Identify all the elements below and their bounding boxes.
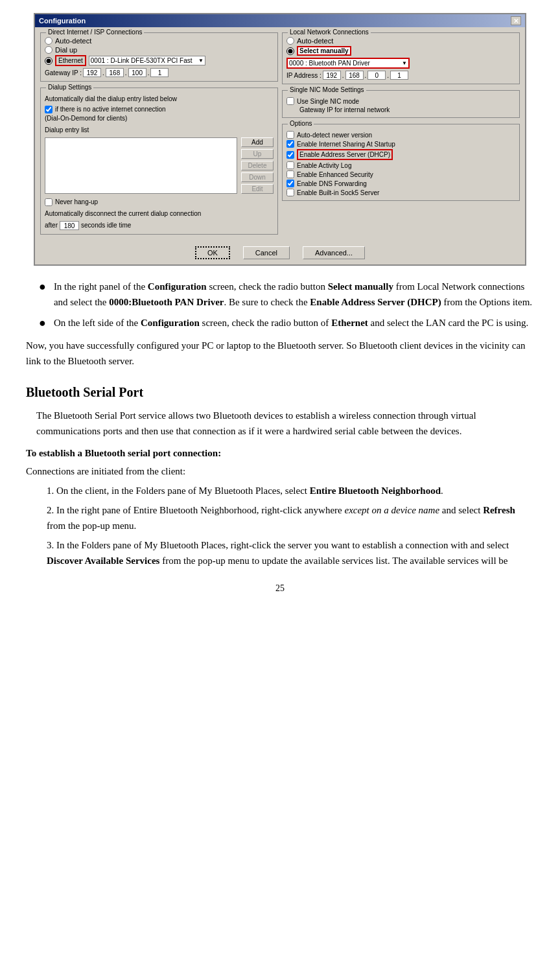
gateway-dot1: . [102,69,104,76]
enable-dhcp-label: Enable Address Server (DHCP) [297,149,393,160]
gateway-dot3: . [148,69,150,76]
add-button[interactable]: Add [241,137,274,147]
delete-button[interactable]: Delete [241,161,274,170]
direct-internet-group: Direct Internet / ISP Connections Auto-d… [40,32,278,82]
enable-sock5-checkbox[interactable] [286,189,294,196]
use-single-nic-label: Use Single NIC mode [297,98,359,105]
cancel-button[interactable]: Cancel [243,246,290,259]
auto-detect-radio[interactable] [45,37,52,45]
enable-dhcp-checkbox[interactable] [286,151,294,159]
left-panel: Direct Internet / ISP Connections Auto-d… [40,32,278,237]
dialup-settings-title: Dialup Settings [46,84,93,91]
advanced-button[interactable]: Advanced... [303,246,365,259]
down-button[interactable]: Down [241,172,274,182]
ip-seg1[interactable] [323,71,341,80]
use-single-nic-checkbox[interactable] [286,97,294,105]
ethernet-radio[interactable] [45,57,52,65]
gateway-seg2[interactable] [106,68,124,77]
enable-sharing-checkbox[interactable] [286,140,294,148]
dialog-close-button[interactable]: ✕ [511,16,521,25]
disconnect-seconds-label: seconds idle time [81,221,131,230]
dialog-footer: OK Cancel Advanced... [35,242,525,264]
bullet-dot-1: ● [39,279,46,310]
step2-text3: from the pop-up menu. [47,520,136,531]
never-hangup-row: Never hang-up [45,198,274,207]
disconnect-text1: Automatically disconnect the current dia… [45,209,201,218]
dialup-checkbox[interactable] [45,106,52,113]
step1-text2: . [441,485,443,496]
options-title: Options [288,120,314,127]
up-button[interactable]: Up [241,149,274,159]
local-auto-detect-radio[interactable] [286,37,294,45]
gateway-dot2: . [125,69,127,76]
bullet-section: ● In the right panel of the Configuratio… [26,279,534,331]
step2-bold1: Refresh [483,505,515,515]
enable-activity-checkbox[interactable] [286,161,294,169]
bullet1-bold1: Configuration [148,281,207,292]
gateway-seg1[interactable] [83,68,101,77]
dialup-list-box[interactable] [45,137,237,194]
bullet1-text5: from the Options item. [441,297,532,307]
options-group: Options Auto-detect newer version Enable… [282,124,520,201]
enable-dns-checkbox[interactable] [286,180,294,187]
page-number: 25 [26,581,534,596]
step1: 1. On the client, in the Folders pane of… [26,483,534,498]
nic-mode-title: Single NIC Mode Settings [288,86,366,93]
bullet2-bold2: Ethernet [331,318,368,328]
auto-detect-newer-row: Auto-detect newer version [286,131,515,139]
dialup-row: Dial up [45,46,274,54]
ip-dot2: . [365,72,367,79]
ip-seg4[interactable] [390,71,408,80]
auto-detect-newer-label: Auto-detect newer version [297,132,372,139]
never-hangup-label: Never hang-up [55,198,98,207]
enable-dns-row: Enable DNS Forwarding [286,180,515,187]
bluetooth-dropdown-arrow: ▼ [402,60,407,66]
enable-dhcp-row: Enable Address Server (DHCP) [286,149,515,160]
ethernet-dropdown-value: 0001 : D-Link DFE-530TX PCI Fast [91,57,192,64]
ip-seg3[interactable] [368,71,386,80]
dialup-text3: (Dial-On-Demond for clients) [45,114,274,123]
enable-sock5-label: Enable Built-in Sock5 Server [297,189,379,196]
select-manually-radio[interactable] [286,47,294,55]
bullet-dot-2: ● [39,315,46,331]
edit-button[interactable]: Edit [241,184,274,194]
bullet1-bold3: 0000:Bluetooth PAN Driver [109,297,224,307]
step3-bold1: Discover Available Services [47,555,159,566]
auto-detect-newer-checkbox[interactable] [286,131,294,139]
ok-button[interactable]: OK [195,246,230,259]
bullet2-text1: On the left side of the [54,318,141,328]
establish-heading: To establish a Bluetooth serial port con… [26,445,534,461]
step1-text1: 1. On the client, in the Folders pane of… [47,485,310,496]
never-hangup-checkbox[interactable] [45,198,52,206]
bullet1-bold2: Select manually [328,281,393,292]
ethernet-dropdown[interactable]: 0001 : D-Link DFE-530TX PCI Fast ▼ [89,56,205,65]
enable-security-row: Enable Enhanced Security [286,170,515,178]
gateway-seg3[interactable] [128,68,146,77]
disconnect-after-label: after [45,221,58,230]
gateway-seg4[interactable] [150,68,169,77]
bullet-item-1: ● In the right panel of the Configuratio… [26,279,534,310]
dialup-radio[interactable] [45,46,52,54]
enable-security-checkbox[interactable] [286,170,294,178]
auto-detect-row: Auto-detect [45,37,274,45]
bullet-text-2: On the left side of the Configuration sc… [54,315,534,331]
bullet2-text3: and select the LAN card the PC is using. [368,318,528,328]
enable-sharing-row: Enable Internet Sharing At Startup [286,140,515,148]
dialog-title: Configuration [39,17,86,25]
dialup-text2: if there is no active internet connectio… [55,105,166,114]
bluetooth-dropdown-value: 0000 : Bluetooth PAN Driver [289,60,370,67]
bluetooth-dropdown[interactable]: 0000 : Bluetooth PAN Driver ▼ [286,58,410,69]
ip-dot3: . [387,72,389,79]
enable-security-label: Enable Enhanced Security [297,171,373,178]
bullet-item-2: ● On the left side of the Configuration … [26,315,534,331]
ip-seg2[interactable] [345,71,364,80]
connections-label: Connections are initiated from the clien… [26,463,534,479]
ip-address-label: IP Address : [286,72,321,79]
establish-heading-text: To establish a Bluetooth serial port con… [26,448,221,458]
dialup-auto-text1: Automatically dial the dialup entry list… [45,95,274,104]
idle-time-input[interactable] [60,221,79,230]
document-content: ● In the right panel of the Configuratio… [26,279,534,596]
disconnect-row: Automatically disconnect the current dia… [45,209,274,218]
dialog-titlebar: Configuration ✕ [35,14,525,27]
configuration-dialog: Configuration ✕ Direct Internet / ISP Co… [34,13,526,266]
